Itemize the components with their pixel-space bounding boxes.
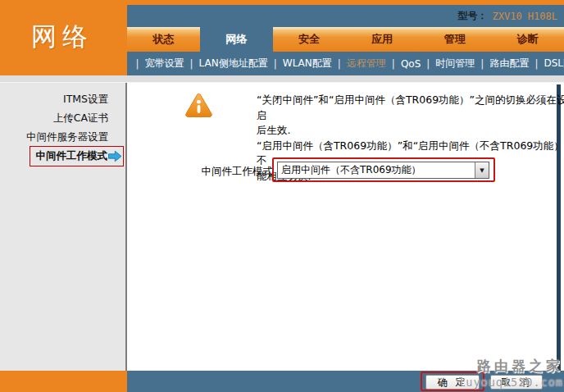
tab-management[interactable]: 管理 — [418, 27, 491, 52]
tab-diagnosis[interactable]: 诊断 — [491, 27, 564, 52]
model-bar: 型号： ZXV10 H108L — [127, 5, 564, 27]
sidebar-item-upload-ca-cert[interactable]: 上传CA证书 — [0, 109, 125, 128]
subnav-item-lan-address[interactable]: LAN侧地址配置 — [199, 57, 268, 71]
subnav-separator: | — [480, 58, 484, 70]
sidebar-item-middleware-server[interactable]: 中间件服务器设置 — [0, 128, 125, 147]
sidebar-item-middleware-mode[interactable]: 中间件工作模式 — [0, 147, 125, 166]
selected-option-label: 启用中间件（不含TR069功能） — [278, 163, 475, 177]
warning-line: 后生效. — [257, 123, 564, 139]
bottom-bar: 确 定 取 消 — [0, 371, 564, 392]
sidebar-item-label: 中间件服务器设置 — [26, 130, 108, 144]
model-label: 型号： — [458, 9, 488, 23]
sidebar-item-label: 上传CA证书 — [53, 112, 108, 125]
page-title: 网络 — [31, 20, 93, 54]
subnav-item-broadband[interactable]: 宽带设置 — [145, 57, 184, 71]
middleware-mode-select[interactable]: 启用中间件（不含TR069功能） ▼ — [277, 162, 489, 179]
subnav-separator: | — [426, 58, 430, 70]
subnav-item-routing[interactable]: 路由配置 — [489, 57, 529, 71]
main-content: “关闭中间件”和“启用中间件（含TR069功能）”之间的切换必须在设备重启 后生… — [127, 83, 564, 371]
subnav-separator: | — [274, 58, 277, 70]
warning-triangle-icon — [184, 93, 213, 118]
subnav-separator: | — [392, 58, 395, 70]
annotation-box-sidebar: 中间件工作模式 — [30, 146, 125, 166]
middleware-mode-form-row: 中间件工作模式 启用中间件（不含TR069功能） ▼ — [127, 160, 564, 181]
tab-security[interactable]: 安全 — [273, 27, 346, 52]
subnav-item-remote-mgmt[interactable]: 远程管理 — [347, 57, 386, 71]
header-divider-strip — [0, 75, 564, 83]
subnav-separator: | — [534, 58, 538, 70]
sidebar-item-itms-settings[interactable]: ITMS设置 — [0, 90, 125, 109]
sidebar-item-label: 中间件工作模式 — [36, 149, 108, 163]
warning-line: “关闭中间件”和“启用中间件（含TR069功能）”之间的切换必须在设备重启 — [257, 93, 564, 123]
subnav-item-dsl[interactable]: DSL配置 — [544, 57, 564, 71]
middleware-mode-label: 中间件工作模式 — [127, 165, 273, 179]
tab-status[interactable]: 状态 — [127, 27, 200, 52]
subnav-separator: | — [190, 58, 193, 70]
main-tabs: 状态 网络 安全 应用 管理 诊断 — [127, 27, 564, 52]
dropdown-arrow-icon[interactable]: ▼ — [475, 162, 489, 178]
blue-right-arrow-icon — [108, 150, 122, 162]
subnav-item-qos[interactable]: QoS — [401, 58, 421, 70]
sidebar-item-label: ITMS设置 — [63, 93, 108, 107]
subnav-item-time-mgmt[interactable]: 时间管理 — [435, 57, 475, 71]
ok-button[interactable]: 确 定 — [425, 375, 480, 390]
subnav-separator: | — [338, 58, 341, 70]
model-value: ZXV10 H108L — [493, 11, 557, 22]
tab-network[interactable]: 网络 — [200, 27, 273, 52]
subnav: | 宽带设置 | LAN侧地址配置 | WLAN配置 | 远程管理 | QoS … — [127, 52, 564, 75]
subnav-separator: | — [136, 58, 139, 70]
bottom-bar-left — [0, 371, 127, 392]
sidebar: ITMS设置 上传CA证书 中间件服务器设置 中间件工作模式 — [0, 83, 127, 371]
router-admin-page: 网络 型号： ZXV10 H108L 状态 网络 安全 应用 管理 诊断 | 宽… — [0, 0, 564, 392]
header: 型号： ZXV10 H108L 状态 网络 安全 应用 管理 诊断 | 宽带设置… — [127, 0, 564, 75]
subnav-item-wlan[interactable]: WLAN配置 — [283, 57, 332, 71]
cancel-button[interactable]: 取 消 — [490, 375, 543, 390]
tab-application[interactable]: 应用 — [345, 27, 418, 52]
logo-block: 网络 — [0, 0, 127, 75]
